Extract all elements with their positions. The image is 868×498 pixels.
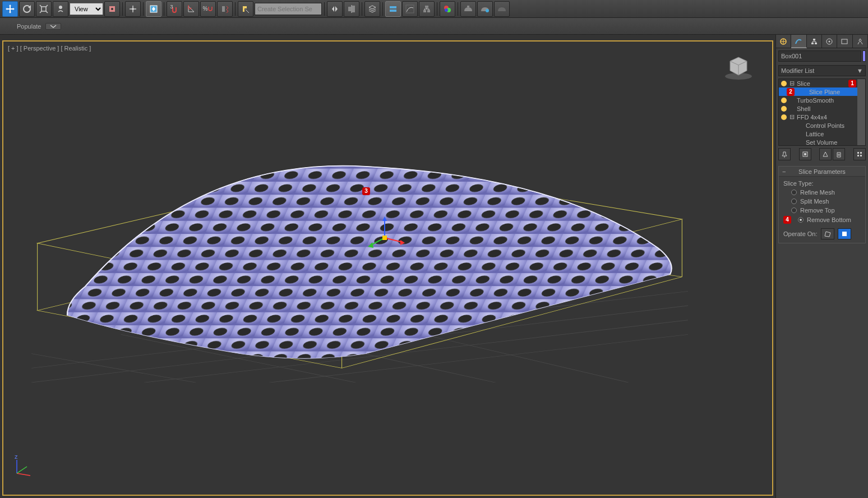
mirror-button[interactable] — [327, 1, 343, 17]
svg-rect-9 — [352, 6, 355, 12]
annotation-1: 1 — [848, 80, 856, 87]
configure-modifier-sets-button[interactable] — [853, 148, 866, 160]
split-mesh-radio[interactable]: Split Mesh — [791, 198, 861, 205]
schematic-view-button[interactable] — [419, 1, 435, 17]
percent-snap-button[interactable]: % — [200, 1, 216, 17]
modifier-turbosmooth[interactable]: TurboSmooth — [779, 96, 857, 104]
collapse-icon[interactable]: ⊟ — [789, 113, 795, 121]
rotate-tool-button[interactable] — [19, 1, 35, 17]
svg-rect-14 — [425, 6, 428, 8]
viewcube[interactable] — [722, 53, 755, 81]
svg-rect-54 — [860, 152, 862, 154]
svg-point-21 — [486, 9, 489, 12]
svg-rect-16 — [427, 10, 430, 12]
placement-tool-button[interactable] — [53, 1, 68, 17]
ribbon-expand-button[interactable] — [45, 23, 61, 30]
svg-rect-45 — [813, 39, 815, 40]
svg-rect-1 — [41, 7, 46, 11]
modifier-slice-plane[interactable]: 2 Slice Plane — [779, 87, 857, 96]
radio-icon — [791, 208, 797, 213]
make-unique-button[interactable] — [819, 148, 832, 160]
layer-explorer-button[interactable] — [364, 1, 380, 17]
svg-rect-56 — [860, 155, 862, 156]
modifier-ffd-set-volume[interactable]: Set Volume — [779, 138, 857, 145]
svg-line-41 — [17, 473, 30, 476]
align-button[interactable] — [344, 1, 359, 17]
scale-tool-button[interactable] — [36, 1, 52, 17]
command-panel-tabs — [776, 35, 868, 48]
radio-icon — [798, 217, 804, 223]
edit-named-selection-button[interactable] — [238, 1, 253, 17]
rollout-header[interactable]: − Slice Parameters — [779, 167, 865, 177]
modifier-ffd-lattice[interactable]: Lattice — [779, 130, 857, 138]
lightbulb-icon[interactable] — [781, 114, 787, 120]
operate-on-mesh-button[interactable] — [838, 228, 851, 239]
svg-point-2 — [59, 6, 62, 9]
viewport-area: [ + ] [ Perspective ] [ Realistic ] — [0, 35, 775, 498]
svg-rect-52 — [804, 153, 806, 155]
pin-stack-button[interactable] — [778, 148, 791, 160]
toggle-ribbon-button[interactable] — [385, 1, 401, 17]
annotation-4: 4 — [783, 216, 791, 224]
move-tool-button[interactable] — [2, 1, 18, 17]
remove-modifier-button[interactable] — [833, 148, 845, 160]
lightbulb-icon[interactable] — [781, 98, 787, 103]
object-name-input[interactable] — [778, 50, 861, 62]
modify-tab-button[interactable] — [791, 35, 806, 48]
main-toolbar: View 3 % — [0, 0, 868, 18]
svg-rect-13 — [406, 5, 414, 13]
svg-rect-47 — [815, 43, 817, 44]
select-manipulate-button[interactable] — [125, 1, 141, 17]
show-end-result-button[interactable] — [799, 148, 811, 160]
remove-bottom-radio[interactable]: 4 Remove Bottom — [787, 216, 861, 224]
modifier-ffd-control-points[interactable]: Control Points — [779, 121, 857, 130]
viewport-label[interactable]: [ + ] [ Perspective ] [ Realistic ] — [8, 45, 91, 52]
lightbulb-icon[interactable] — [781, 81, 787, 86]
display-tab-button[interactable] — [837, 35, 852, 48]
svg-point-19 — [445, 8, 448, 12]
curve-editor-button[interactable] — [402, 1, 418, 17]
collapse-icon[interactable]: ⊟ — [789, 80, 795, 87]
svg-rect-8 — [348, 7, 351, 11]
ref-coord-system-dropdown[interactable]: View — [70, 3, 103, 15]
create-tab-button[interactable] — [776, 35, 791, 48]
lightbulb-icon[interactable] — [781, 106, 787, 112]
snap-toggle-button[interactable]: 3 — [167, 1, 182, 17]
keyboard-shortcut-override-button[interactable] — [146, 1, 161, 17]
render-frame-button[interactable] — [477, 1, 493, 17]
svg-point-5 — [132, 8, 134, 10]
modifier-ffd[interactable]: ⊟ FFD 4x4x4 — [779, 113, 857, 121]
modifier-stack-scrollbar[interactable] — [857, 79, 865, 145]
motion-tab-button[interactable] — [822, 35, 837, 48]
world-axis-gizmo: z — [12, 455, 35, 478]
annotation-2: 2 — [787, 88, 795, 96]
hierarchy-tab-button[interactable] — [807, 35, 822, 48]
svg-rect-11 — [390, 6, 396, 8]
modifier-list-dropdown[interactable]: Modifier List ▼ — [778, 65, 866, 76]
material-editor-button[interactable] — [440, 1, 455, 17]
radio-icon — [791, 190, 797, 195]
pivot-center-button[interactable] — [104, 1, 120, 17]
modifier-slice[interactable]: ⊟ Slice 1 — [779, 79, 857, 87]
refine-mesh-radio[interactable]: Refine Mesh — [791, 189, 861, 196]
render-production-button[interactable] — [494, 1, 510, 17]
utilities-tab-button[interactable] — [853, 35, 868, 48]
modifier-shell[interactable]: Shell — [779, 104, 857, 113]
remove-top-radio[interactable]: Remove Top — [791, 207, 861, 214]
slice-type-label: Slice Type: — [783, 180, 861, 187]
svg-rect-50 — [842, 39, 847, 44]
svg-text:z: z — [15, 455, 18, 460]
spinner-snap-button[interactable] — [217, 1, 233, 17]
named-selection-set-input[interactable] — [255, 3, 322, 15]
scene-object-dome[interactable] — [31, 142, 688, 382]
ribbon-populate-label[interactable]: Populate — [17, 23, 41, 30]
command-panel: Modifier List ▼ ⊟ Slice 1 2 Slice Plane — [775, 35, 868, 498]
viewport-perspective[interactable]: [ + ] [ Perspective ] [ Realistic ] — [2, 40, 773, 496]
modifier-stack[interactable]: ⊟ Slice 1 2 Slice Plane TurboSmooth — [779, 79, 857, 145]
svg-point-4 — [111, 8, 113, 10]
operate-on-poly-button[interactable] — [821, 228, 834, 239]
object-color-swatch[interactable] — [862, 50, 866, 62]
slice-parameters-rollout: − Slice Parameters Slice Type: Refine Me… — [778, 166, 866, 243]
angle-snap-button[interactable] — [183, 1, 199, 17]
render-setup-button[interactable] — [460, 1, 476, 17]
